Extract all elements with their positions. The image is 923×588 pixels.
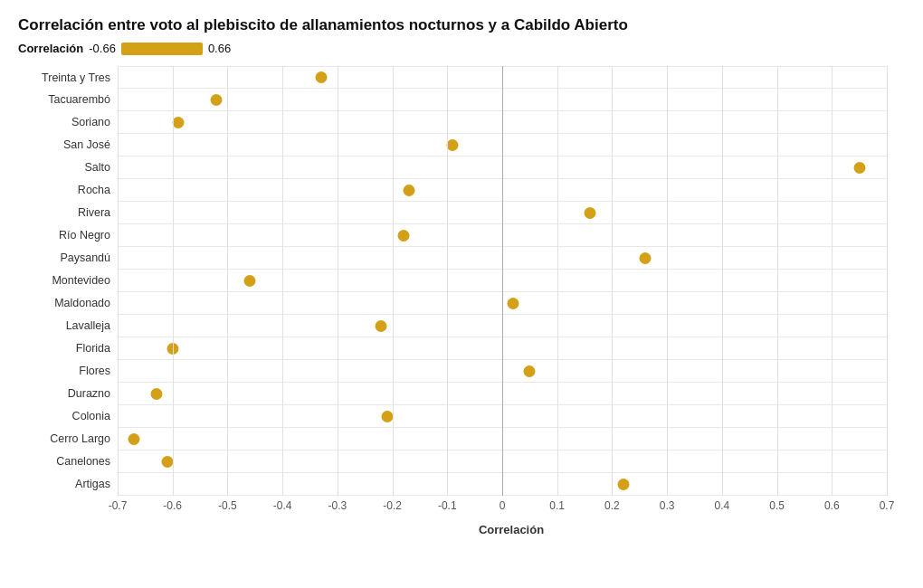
x-axis-label: Correlación [118,523,905,536]
row-label: Rivera [15,206,110,219]
row-label: Soriano [15,116,110,128]
table-row: Treinta y Tres [118,66,887,89]
data-dot [403,185,414,196]
data-dot [376,320,387,332]
table-row: Canelones [118,450,887,473]
row-label: Rocha [15,184,110,196]
row-label: Colonia [15,410,110,422]
plot-area: Treinta y TresTacuarembóSorianoSan JoséS… [118,66,887,517]
table-row: Paysandú [118,247,887,270]
grid-line [887,66,888,496]
legend-label: Correlación [18,42,83,55]
table-row: Rocha [118,179,887,202]
x-tick: 0.4 [715,499,730,512]
data-dot [381,411,393,422]
x-tick: -0.2 [383,499,402,512]
row-label: Lavalleja [15,319,110,332]
data-dot [639,252,651,264]
rows-container: Treinta y TresTacuarembóSorianoSan JoséS… [118,66,887,496]
table-row: Durazno [118,383,887,405]
row-label: Cerro Largo [15,432,110,445]
table-row: Colonia [118,405,887,428]
row-label: San José [15,138,110,151]
data-dot [172,117,184,128]
x-tick: -0.4 [273,499,292,512]
x-tick: 0.7 [880,499,895,512]
x-tick: -0.6 [163,499,182,512]
chart-title: Correlación entre voto al plebiscito de … [18,16,905,34]
data-dot [161,456,173,468]
table-row: Cerro Largo [118,428,887,450]
row-label: Río Negro [15,229,110,242]
data-dot [243,275,255,287]
row-label: Durazno [15,387,110,400]
data-dot [447,139,459,151]
x-tick: 0.2 [604,499,620,512]
data-dot [211,94,223,106]
data-dot [524,365,536,377]
data-dot [853,162,865,174]
table-row: Lavalleja [118,315,887,337]
table-row: San José [118,134,887,156]
table-row: Florida [118,337,887,360]
data-dot [585,207,596,219]
row-label: Paysandú [15,251,110,264]
row-label: Treinta y Tres [15,71,110,84]
data-dot [508,298,519,309]
legend-bar [121,43,203,55]
x-tick: 0 [500,499,506,512]
row-label: Flores [15,365,110,377]
x-tick: -0.1 [438,499,457,512]
x-tick: 0.3 [660,499,675,512]
row-label: Salto [15,161,110,174]
x-tick: -0.7 [109,499,128,512]
data-dot [617,479,629,490]
table-row: Soriano [118,111,887,134]
row-label: Canelones [15,455,110,468]
row-label: Artigas [15,478,110,490]
row-label: Tacuarembó [15,93,110,106]
chart-container: Correlación entre voto al plebiscito de … [0,0,923,588]
data-dot [167,343,178,355]
x-tick: 0.6 [824,499,840,512]
x-tick: -0.3 [328,499,347,512]
legend-min: -0.66 [89,42,116,55]
table-row: Río Negro [118,224,887,247]
table-row: Rivera [118,202,887,224]
table-row: Artigas [118,473,887,496]
data-dot [397,230,409,242]
row-label: Montevideo [15,274,110,287]
legend-max: 0.66 [208,42,231,55]
table-row: Flores [118,360,887,383]
data-dot [315,71,327,83]
table-row: Tacuarembó [118,89,887,111]
data-dot [150,388,162,400]
row-label: Florida [15,342,110,355]
row-label: Maldonado [15,297,110,309]
legend-row: Correlación -0.66 0.66 [18,42,905,55]
table-row: Salto [118,156,887,179]
data-dot [128,433,140,445]
x-tick: 0.1 [549,499,565,512]
x-axis-ticks: -0.7-0.6-0.5-0.4-0.3-0.2-0.100.10.20.30.… [118,499,887,517]
x-tick: -0.5 [218,499,237,512]
table-row: Montevideo [118,270,887,292]
table-row: Maldonado [118,292,887,315]
x-tick: 0.5 [769,499,785,512]
